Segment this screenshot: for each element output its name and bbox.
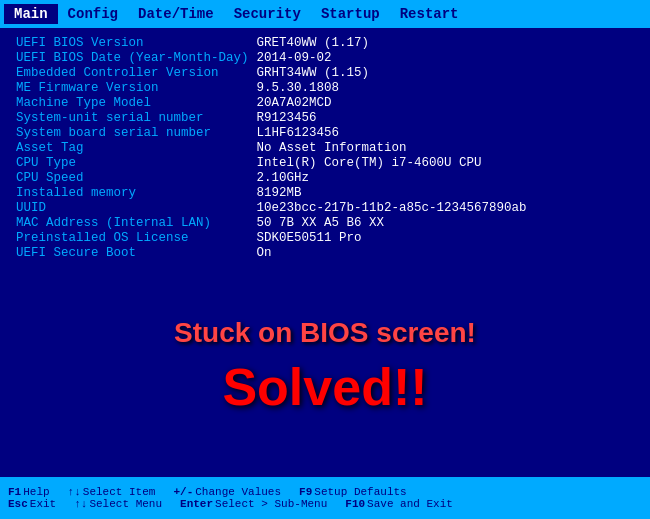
menu-item-main[interactable]: Main [4,4,58,24]
status-desc: Help [23,486,49,498]
status-row2-item-3: F10Save and Exit [345,498,453,510]
bios-label-0: UEFI BIOS Version [16,36,257,50]
bios-label-8: CPU Type [16,156,257,170]
bios-value-7: No Asset Information [257,141,634,155]
menu-item-restart[interactable]: Restart [390,4,469,24]
overlay-section: Stuck on BIOS screen! Solved!! [16,264,634,469]
bios-value-8: Intel(R) Core(TM) i7-4600U CPU [257,156,634,170]
status-row1-item-0: F1Help [8,486,50,498]
status-key: ↑↓ [68,486,81,498]
status-desc: Select > Sub-Menu [215,498,327,510]
bios-label-6: System board serial number [16,126,257,140]
bios-label-10: Installed memory [16,186,257,200]
bios-label-5: System-unit serial number [16,111,257,125]
status-key: F1 [8,486,21,498]
bios-label-4: Machine Type Model [16,96,257,110]
bios-value-5: R9123456 [257,111,634,125]
status-row-1: F1Help↑↓Select Item+/-Change ValuesF9Set… [8,486,642,498]
bios-label-12: MAC Address (Internal LAN) [16,216,257,230]
bios-label-9: CPU Speed [16,171,257,185]
main-content: UEFI BIOS VersionGRET40WW (1.17)UEFI BIO… [0,28,650,477]
bios-label-2: Embedded Controller Version [16,66,257,80]
status-row2-item-1: ↑↓Select Menu [74,498,162,510]
bios-value-6: L1HF6123456 [257,126,634,140]
status-row2-item-0: EscExit [8,498,56,510]
status-desc: Save and Exit [367,498,453,510]
menu-bar: Main Config Date/Time Security Startup R… [0,0,650,28]
bios-label-3: ME Firmware Version [16,81,257,95]
status-desc: Setup Defaults [314,486,406,498]
status-row2-item-2: EnterSelect > Sub-Menu [180,498,327,510]
bios-value-11: 10e23bcc-217b-11b2-a85c-1234567890ab [257,201,634,215]
bios-value-10: 8192MB [257,186,634,200]
menu-item-datetime[interactable]: Date/Time [128,4,224,24]
bios-value-4: 20A7A02MCD [257,96,634,110]
bios-value-9: 2.10GHz [257,171,634,185]
status-desc: Exit [30,498,56,510]
status-row1-item-3: F9Setup Defaults [299,486,407,498]
bios-value-0: GRET40WW (1.17) [257,36,634,50]
bios-value-2: GRHT34WW (1.15) [257,66,634,80]
bios-value-12: 50 7B XX A5 B6 XX [257,216,634,230]
bios-label-14: UEFI Secure Boot [16,246,257,260]
status-row1-item-1: ↑↓Select Item [68,486,156,498]
bios-value-3: 9.5.30.1808 [257,81,634,95]
status-key: +/- [173,486,193,498]
status-desc: Change Values [195,486,281,498]
status-row-2: EscExit↑↓Select MenuEnterSelect > Sub-Me… [8,498,642,510]
status-bar: F1Help↑↓Select Item+/-Change ValuesF9Set… [0,477,650,519]
solved-text: Solved!! [222,357,427,417]
bios-label-11: UUID [16,201,257,215]
menu-item-security[interactable]: Security [224,4,311,24]
status-key: Esc [8,498,28,510]
status-key: F10 [345,498,365,510]
status-bar-inner: F1Help↑↓Select Item+/-Change ValuesF9Set… [8,486,642,510]
status-key: ↑↓ [74,498,87,510]
status-row1-item-2: +/-Change Values [173,486,281,498]
status-key: Enter [180,498,213,510]
status-desc: Select Menu [89,498,162,510]
bios-info-table: UEFI BIOS VersionGRET40WW (1.17)UEFI BIO… [16,36,634,260]
status-desc: Select Item [83,486,156,498]
bios-label-13: Preinstalled OS License [16,231,257,245]
menu-item-startup[interactable]: Startup [311,4,390,24]
status-key: F9 [299,486,312,498]
stuck-text: Stuck on BIOS screen! [174,317,476,349]
bios-value-14: On [257,246,634,260]
bios-value-1: 2014-09-02 [257,51,634,65]
bios-value-13: SDK0E50511 Pro [257,231,634,245]
bios-label-7: Asset Tag [16,141,257,155]
bios-label-1: UEFI BIOS Date (Year-Month-Day) [16,51,257,65]
menu-item-config[interactable]: Config [58,4,128,24]
